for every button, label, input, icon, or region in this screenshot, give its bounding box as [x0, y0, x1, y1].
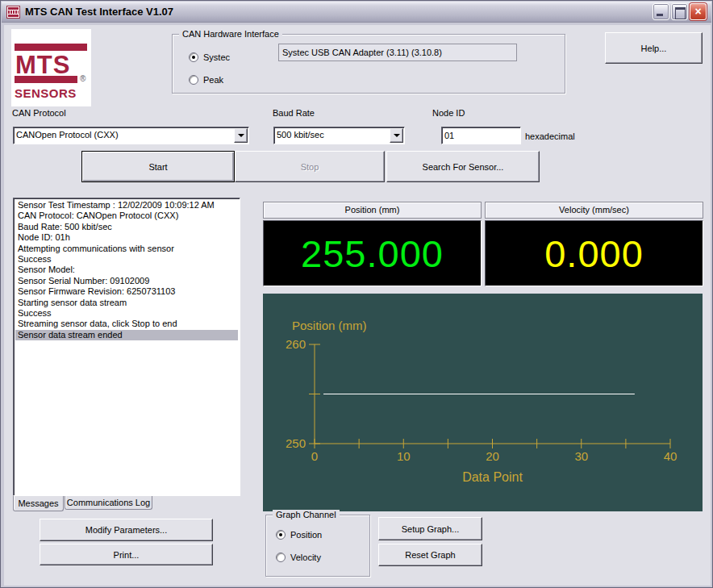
graph-channel-groupbox: Graph Channel Position Velocity: [265, 515, 370, 577]
logo-registered-mark: ®: [80, 74, 85, 83]
logo-bar-bottom: [15, 76, 77, 83]
message-list-box: Sensor Test Timestamp : 12/02/2009 10:09…: [13, 198, 240, 496]
start-button[interactable]: Start: [81, 151, 235, 182]
position-graph: Position (mm)250260010203040Data Point: [263, 294, 703, 511]
graph-channel-group-title: Graph Channel: [273, 510, 340, 519]
title-bar[interactable]: MTS CAN Test Interface V1.07 ×: [2, 2, 711, 23]
list-item[interactable]: Attempting communications with sensor: [15, 244, 238, 254]
can-protocol-label: CAN Protocol: [12, 108, 66, 118]
svg-text:20: 20: [486, 449, 499, 463]
graph-canvas: Position (mm)250260010203040Data Point: [263, 294, 703, 511]
graph-position-radio-row[interactable]: Position: [276, 530, 322, 540]
graph-velocity-radio[interactable]: [276, 553, 286, 562]
list-item[interactable]: Sensor Serial Number: 09102009: [15, 276, 238, 286]
tab-communications-log[interactable]: Communications Log: [65, 496, 152, 510]
message-list[interactable]: Sensor Test Timestamp : 12/02/2009 10:09…: [15, 200, 238, 494]
baud-rate-select[interactable]: 500 kbit/sec: [273, 127, 405, 144]
chevron-down-icon[interactable]: [390, 128, 403, 143]
list-item[interactable]: Sensor Model:: [15, 265, 238, 275]
systec-radio-label: Systec: [203, 52, 230, 62]
list-item[interactable]: Sensor Firmware Revision: 6250731103: [15, 286, 238, 297]
logo-bar-top: [15, 44, 87, 51]
node-id-label: Node ID: [432, 108, 465, 118]
stop-button[interactable]: Stop: [235, 151, 385, 182]
list-item[interactable]: Success: [15, 308, 238, 319]
svg-text:0: 0: [311, 449, 318, 463]
peak-radio[interactable]: [189, 75, 198, 85]
graph-position-radio-label: Position: [290, 530, 322, 540]
search-for-sensor-button[interactable]: Search For Sensor...: [386, 151, 540, 182]
graph-velocity-radio-label: Velocity: [290, 553, 321, 562]
chevron-down-icon[interactable]: [234, 128, 248, 143]
adapter-name-box: Systec USB CAN Adapter (3.11) (3.10.8): [278, 44, 517, 61]
tab-messages[interactable]: Messages: [13, 496, 64, 511]
svg-text:Position (mm): Position (mm): [292, 319, 367, 332]
node-id-input[interactable]: [441, 127, 521, 144]
list-item[interactable]: Success: [15, 254, 238, 265]
baud-rate-label: Baud Rate: [273, 108, 315, 118]
logo-brand-text: MTS: [15, 52, 70, 77]
position-value: 255.000: [301, 231, 444, 276]
modify-parameters-button[interactable]: Modify Parameters...: [40, 519, 213, 541]
svg-text:260: 260: [286, 337, 306, 351]
svg-text:250: 250: [286, 436, 306, 450]
systec-radio-row[interactable]: Systec: [189, 52, 230, 62]
systec-radio[interactable]: [189, 52, 198, 62]
list-item[interactable]: Starting sensor data stream: [15, 298, 238, 308]
node-id-suffix-label: hexadecimal: [525, 131, 575, 141]
list-item[interactable]: CAN Protocol: CANOpen Protocol (CXX): [15, 211, 238, 221]
peak-radio-label: Peak: [203, 75, 223, 85]
list-item[interactable]: Streaming sensor data, click Stop to end: [15, 319, 238, 329]
can-protocol-select[interactable]: CANOpen Protocol (CXX): [13, 127, 249, 144]
print-button[interactable]: Print...: [40, 544, 213, 565]
position-display: 255.000: [263, 220, 482, 286]
svg-text:40: 40: [664, 449, 678, 463]
help-button[interactable]: Help...: [605, 32, 703, 64]
svg-text:10: 10: [397, 449, 411, 463]
mts-logo: MTS ® SENSORS: [11, 29, 91, 106]
client-area: MTS ® SENSORS CAN Hardware Interface Sys…: [4, 25, 711, 586]
list-item[interactable]: Node ID: 01h: [15, 232, 238, 243]
svg-text:Data Point: Data Point: [462, 470, 523, 484]
peak-radio-row[interactable]: Peak: [189, 75, 223, 85]
velocity-display-header: Velocity (mm/sec): [485, 202, 703, 219]
graph-velocity-radio-row[interactable]: Velocity: [276, 553, 321, 562]
logo-sensors-text: SENSORS: [15, 86, 77, 100]
can-hardware-groupbox: CAN Hardware Interface Systec Peak Syste…: [172, 34, 565, 94]
list-item[interactable]: Baud Rate: 500 kbit/sec: [15, 222, 238, 232]
app-icon: [6, 6, 20, 19]
close-button[interactable]: ×: [690, 3, 707, 20]
graph-position-radio[interactable]: [276, 530, 286, 540]
position-display-header: Position (mm): [263, 202, 482, 219]
setup-graph-button[interactable]: Setup Graph...: [378, 517, 482, 540]
app-window: MTS CAN Test Interface V1.07 × MTS ® SEN…: [0, 0, 713, 588]
reset-graph-button[interactable]: Reset Graph: [378, 544, 482, 566]
can-protocol-value: CANOpen Protocol (CXX): [16, 130, 232, 140]
can-hardware-group-title: CAN Hardware Interface: [179, 29, 282, 39]
velocity-value: 0.000: [544, 231, 644, 276]
list-item[interactable]: Sensor data stream ended: [15, 330, 238, 340]
velocity-display: 0.000: [485, 220, 703, 286]
window-title: MTS CAN Test Interface V1.07: [25, 6, 653, 18]
svg-text:30: 30: [574, 449, 588, 463]
list-item[interactable]: Sensor Test Timestamp : 12/02/2009 10:09…: [15, 200, 238, 211]
minimize-button[interactable]: [653, 3, 669, 20]
maximize-button[interactable]: [671, 3, 688, 20]
baud-rate-value: 500 kbit/sec: [277, 130, 388, 140]
